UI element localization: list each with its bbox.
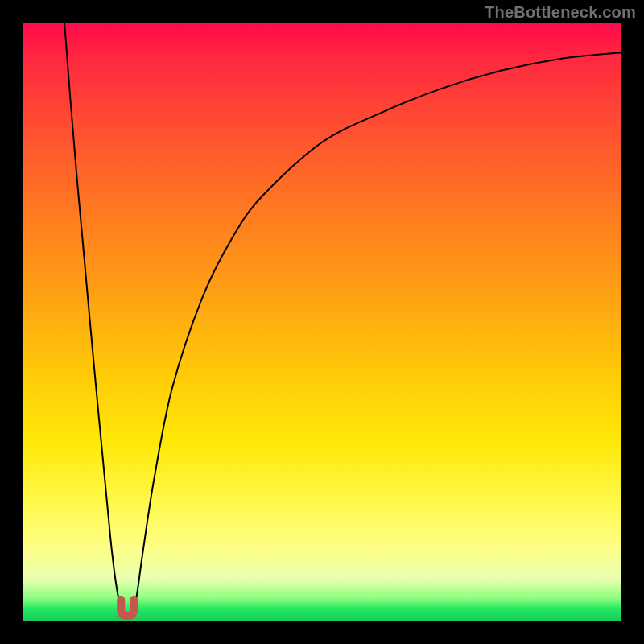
chart-curve xyxy=(64,23,621,617)
chart-frame: TheBottleneck.com xyxy=(0,0,644,644)
bottleneck-curve xyxy=(64,23,621,617)
chart-plot-area xyxy=(23,23,621,621)
marker-u-icon xyxy=(121,600,134,616)
chart-curve-layer xyxy=(23,23,621,621)
chart-marker xyxy=(121,600,134,616)
watermark-label: TheBottleneck.com xyxy=(485,3,636,22)
